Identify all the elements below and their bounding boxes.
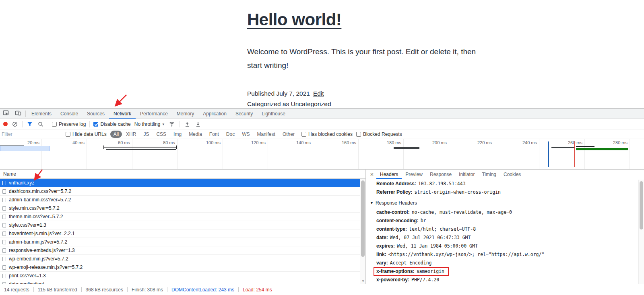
request-row[interactable]: style.css?ver=1.3 [0,221,360,229]
details-scrollbar[interactable] [638,180,644,284]
has-blocked-cookies-checkbox[interactable]: Has blocked cookies [301,131,353,137]
network-overview-timeline[interactable]: 20 ms 40 ms 60 ms 80 ms 100 ms 120 ms 14… [0,139,644,170]
request-row[interactable]: wp-emoji-release.min.js?ver=5.7.2 [0,263,360,272]
dcl-time: DOMContentLoaded: 243 ms [167,287,238,293]
header-line: content-encoding:br [366,217,638,225]
tab-console[interactable]: Console [56,109,83,119]
gridline [584,139,585,169]
request-name: vnthank.xyz [9,180,34,186]
gridline [449,139,449,169]
filter-pill-all[interactable]: All [110,131,122,138]
requests-scrollbar[interactable]: ▼ [360,179,365,284]
device-toolbar-button[interactable] [12,109,24,119]
header-line: x-powered-by:PHP/7.4.20 [366,276,638,284]
request-row[interactable]: vnthank.xyz [0,179,360,187]
time-label: 200 ms [432,140,447,145]
gridline [358,139,359,169]
blocked-requests-checkbox[interactable]: Blocked Requests [356,131,402,137]
devtools-panel: Elements Console Sources Network Perform… [0,108,644,295]
export-har-button[interactable] [194,121,202,127]
toolbar-divider [48,121,48,127]
request-row[interactable]: wp-embed.min.js?ver=5.7.2 [0,255,360,263]
waterfall-bar [551,147,574,148]
request-row[interactable]: style.min.css?ver=5.7.2 [0,204,360,213]
filter-pill-font[interactable]: Font [206,131,222,138]
filter-pill-ws[interactable]: WS [239,131,253,138]
gridline [268,139,268,169]
filter-pill-doc[interactable]: Doc [223,131,238,138]
edit-link[interactable]: Edit [313,90,324,97]
post-title-link[interactable]: Hello world! [247,10,341,29]
clear-network-log-button[interactable] [11,121,19,127]
scroll-down-arrow[interactable]: ▼ [360,279,365,284]
header-key: x-powered-by: [376,277,409,283]
header-value: text/html; charset=UTF-8 [409,226,476,232]
details-tab-initiator[interactable]: Initiator [455,170,478,179]
header-line: vary:Accept-Encoding [366,259,638,267]
filter-pill-media[interactable]: Media [186,131,205,138]
header-value: Wed, 11 Jan 1984 05:00:00 GMT [397,243,478,249]
tab-memory[interactable]: Memory [172,109,198,119]
inspect-element-button[interactable] [0,109,12,119]
details-tab-preview[interactable]: Preview [402,170,426,179]
scrollbar-thumb[interactable] [361,180,365,257]
toolbar-divider [22,121,23,127]
stylesheet-icon [2,274,6,278]
filter-pill-img[interactable]: Img [170,131,185,138]
record-network-log-button[interactable] [3,122,8,126]
network-toolbar: Preserve log Disable cache No throttling… [0,119,644,129]
details-tab-headers[interactable]: Headers [376,170,402,179]
request-row[interactable]: dashicons.min.css?ver=5.7.2 [0,187,360,196]
tab-performance[interactable]: Performance [136,109,172,119]
request-row[interactable]: hoverintent-js.min.js?ver=2.2.1 [0,229,360,238]
header-value: <https://vnthank.xyz/wp-json/>; rel="htt… [388,252,545,257]
gridline [403,139,404,169]
details-tab-timing[interactable]: Timing [478,170,500,179]
hide-data-urls-checkbox[interactable]: Hide data URLs [66,131,107,137]
preserve-log-checkbox[interactable]: Preserve log [52,121,86,127]
response-headers-section[interactable]: ▼Response Headers [366,199,638,207]
tab-elements[interactable]: Elements [27,109,56,119]
tab-application[interactable]: Application [198,109,231,119]
request-row[interactable]: admin-bar.min.js?ver=5.7.2 [0,238,360,246]
request-row[interactable]: print.css?ver=1.3 [0,272,360,280]
time-label: 240 ms [522,140,537,145]
details-tab-response[interactable]: Response [426,170,455,179]
header-value: 103.82.198.51:443 [418,181,466,186]
resource-type-filters: All XHR JS CSS Img Media Font Doc WS Man… [110,131,298,138]
disable-cache-checkbox[interactable]: Disable cache [93,121,130,127]
disable-cache-label: Disable cache [100,121,130,127]
filter-pill-manifest[interactable]: Manifest [254,131,279,138]
time-label: 20 ms [27,140,39,145]
header-key: content-encoding: [376,218,419,223]
network-conditions-button[interactable] [168,121,176,127]
filter-toggle-button[interactable] [26,121,33,127]
request-row[interactable]: data:application/... [0,280,360,284]
gridline [223,139,223,169]
tab-network[interactable]: Network [109,109,136,119]
filter-pill-js[interactable]: JS [140,131,152,138]
load-time: Load: 254 ms [239,287,276,293]
tab-security[interactable]: Security [231,109,257,119]
tab-sources[interactable]: Sources [83,109,109,119]
published-date: Published July 7, 2021 [247,90,310,97]
red-highlight-box: x-frame-options:sameorigin [374,267,449,276]
request-row[interactable]: responsive-embeds.js?ver=1.3 [0,246,360,255]
close-details-button[interactable]: × [367,170,376,179]
filter-pill-css[interactable]: CSS [153,131,169,138]
name-column-header[interactable]: Name [0,170,365,179]
throttling-dropdown[interactable]: No throttling ▾ [134,121,164,127]
time-label: 220 ms [477,140,492,145]
filter-input[interactable] [2,131,62,137]
request-row[interactable]: theme.min.css?ver=5.7.2 [0,213,360,221]
import-har-button[interactable] [184,121,191,127]
request-row[interactable]: admin-bar.min.css?ver=5.7.2 [0,196,360,204]
filter-pill-other[interactable]: Other [279,131,298,138]
search-button[interactable] [37,121,44,127]
tab-lighthouse[interactable]: Lighthouse [257,109,290,119]
section-title: Response Headers [376,200,417,206]
scrollbar-thumb[interactable] [640,181,643,229]
filter-pill-xhr[interactable]: XHR [123,131,139,138]
time-label: 160 ms [342,140,356,145]
details-tab-cookies[interactable]: Cookies [500,170,524,179]
